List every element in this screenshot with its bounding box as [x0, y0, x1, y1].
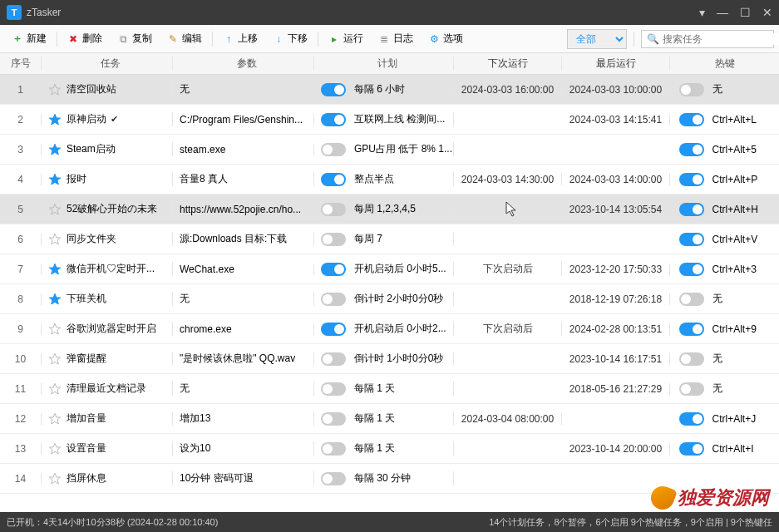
star-icon[interactable] — [48, 113, 62, 126]
plan-text: 开机启动后 0小时2... — [354, 322, 446, 336]
plan-text: 每隔 6 小时 — [354, 82, 405, 96]
hotkey-toggle[interactable] — [679, 173, 704, 186]
hotkey-toggle[interactable] — [679, 293, 704, 306]
plan-toggle[interactable] — [321, 233, 346, 246]
col-next-header[interactable]: 下次运行 — [454, 57, 562, 71]
maximize-button[interactable]: ☐ — [740, 6, 751, 19]
plan-toggle[interactable] — [321, 352, 346, 366]
hotkey-toggle[interactable] — [679, 323, 704, 336]
table-row[interactable]: 13 设置音量 设为10 每隔 1 天 2023-10-14 20:00:00 … — [0, 434, 779, 464]
run-button[interactable]: ▸运行 — [322, 28, 370, 49]
options-button[interactable]: ⚙选项 — [422, 28, 470, 49]
hotkey-toggle[interactable] — [679, 143, 704, 156]
move-down-button[interactable]: ↓下移 — [266, 28, 314, 49]
star-icon[interactable] — [48, 293, 62, 306]
search-box[interactable]: 🔍 — [641, 30, 774, 48]
hotkey-text: Ctrl+Alt+H — [712, 204, 771, 215]
col-plan-header[interactable]: 计划 — [314, 57, 454, 71]
star-icon[interactable] — [48, 233, 62, 246]
plan-toggle[interactable] — [321, 442, 346, 456]
star-icon[interactable] — [48, 412, 62, 426]
star-icon[interactable] — [48, 83, 62, 96]
task-name: 增加音量 — [67, 411, 172, 426]
table-row[interactable]: 2 原神启动 ✔ C:/Program Files/Genshin... 互联网… — [0, 105, 779, 135]
uptime-label: 已开机： — [7, 516, 43, 529]
hotkey-text: Ctrl+Alt+L — [712, 114, 771, 126]
param-cell: 无 — [173, 292, 314, 306]
seq-cell: 13 — [0, 443, 42, 455]
table-row[interactable]: 3 Steam启动 steam.exe GPU占用 低于 8% 1... Ctr… — [0, 135, 779, 165]
table-row[interactable]: 8 下班关机 无 倒计时 2小时0分0秒 2018-12-19 07:26:18… — [0, 284, 779, 314]
copy-icon: ⧉ — [117, 33, 129, 45]
hotkey-toggle[interactable] — [679, 83, 704, 96]
col-hotkey-header[interactable]: 热键 — [670, 57, 779, 71]
star-icon[interactable] — [48, 263, 62, 276]
star-icon[interactable] — [48, 382, 62, 396]
hotkey-toggle[interactable] — [679, 442, 704, 456]
plan-text: GPU占用 低于 8% 1... — [354, 142, 452, 156]
plan-toggle[interactable] — [321, 263, 346, 276]
table-row[interactable]: 6 同步文件夹 源:Downloads 目标:下载 每周 7 Ctrl+Alt+… — [0, 224, 779, 254]
app-icon: T — [7, 5, 22, 20]
menu-dropdown-icon[interactable]: ▾ — [699, 6, 705, 19]
plan-toggle[interactable] — [321, 412, 346, 426]
filter-select[interactable]: 全部 — [567, 29, 627, 49]
col-task-header[interactable]: 任务 — [42, 57, 173, 71]
close-button[interactable]: ✕ — [762, 6, 772, 19]
table-row[interactable]: 7 微信开机♡定时开... WeChat.exe 开机启动后 0小时5... 下… — [0, 254, 779, 284]
log-button[interactable]: ≣日志 — [372, 28, 420, 49]
plan-toggle[interactable] — [321, 83, 346, 96]
task-name: Steam启动 — [67, 142, 172, 156]
plan-toggle[interactable] — [321, 323, 346, 336]
hotkey-toggle[interactable] — [679, 412, 704, 426]
plan-toggle[interactable] — [321, 382, 346, 396]
table-row[interactable]: 5 52破解心开始の未来 https://www.52pojie.cn/ho..… — [0, 195, 779, 224]
task-name: 报时 — [67, 172, 172, 186]
col-last-header[interactable]: 最后运行 — [562, 57, 670, 71]
plan-toggle[interactable] — [321, 472, 346, 485]
star-icon[interactable] — [48, 352, 62, 366]
table-row[interactable]: 1 清空回收站 无 每隔 6 小时 2024-03-03 16:00:00 20… — [0, 75, 779, 105]
plan-toggle[interactable] — [321, 203, 346, 216]
col-param-header[interactable]: 参数 — [173, 57, 314, 71]
star-icon[interactable] — [48, 472, 62, 485]
edit-button[interactable]: ✎编辑 — [160, 28, 209, 49]
table-row[interactable]: 14 挡屏休息 10分钟 密码可退 每隔 30 分钟 — [0, 464, 779, 494]
app-title: zTasker — [27, 7, 699, 18]
search-input[interactable] — [663, 33, 779, 45]
task-name: 52破解心开始の未来 — [67, 202, 172, 216]
table-row[interactable]: 10 弹窗提醒 "是时候该休息啦" QQ.wav 倒计时 1小时0分0秒 202… — [0, 344, 779, 374]
hotkey-toggle[interactable] — [679, 263, 704, 276]
plan-toggle[interactable] — [321, 113, 346, 126]
copy-button[interactable]: ⧉复制 — [111, 28, 159, 49]
move-up-button[interactable]: ↑上移 — [216, 28, 264, 49]
table-body: 1 清空回收站 无 每隔 6 小时 2024-03-03 16:00:00 20… — [0, 75, 779, 509]
plan-toggle[interactable] — [321, 173, 346, 186]
edit-label: 编辑 — [182, 32, 202, 46]
plus-icon: ＋ — [12, 33, 23, 45]
star-icon[interactable] — [48, 442, 62, 456]
minimize-button[interactable]: — — [717, 6, 728, 19]
next-run-cell: 2024-03-04 08:00:00 — [454, 413, 562, 425]
table-row[interactable]: 11 清理最近文档记录 无 每隔 1 天 2018-05-16 21:27:29… — [0, 374, 779, 404]
col-seq-header[interactable]: 序号 — [0, 57, 42, 71]
hotkey-toggle[interactable] — [679, 382, 704, 396]
param-cell: 源:Downloads 目标:下载 — [173, 232, 314, 246]
plan-toggle[interactable] — [321, 143, 346, 156]
next-run-cell: 下次启动后 — [454, 322, 562, 336]
delete-button[interactable]: ✖删除 — [61, 28, 109, 49]
hotkey-toggle[interactable] — [679, 233, 704, 246]
hotkey-toggle[interactable] — [679, 352, 704, 366]
star-icon[interactable] — [48, 323, 62, 336]
star-icon[interactable] — [48, 203, 62, 216]
table-row[interactable]: 4 报时 音量8 真人 整点半点 2024-03-03 14:30:00 202… — [0, 165, 779, 195]
seq-cell: 4 — [0, 174, 42, 185]
new-button[interactable]: ＋新建 — [5, 28, 53, 49]
table-row[interactable]: 9 谷歌浏览器定时开启 chrome.exe 开机启动后 0小时2... 下次启… — [0, 314, 779, 344]
table-row[interactable]: 12 增加音量 增加13 每隔 1 天 2024-03-04 08:00:00 … — [0, 404, 779, 434]
hotkey-toggle[interactable] — [679, 203, 704, 216]
plan-toggle[interactable] — [321, 293, 346, 306]
star-icon[interactable] — [48, 143, 62, 156]
hotkey-toggle[interactable] — [679, 113, 704, 126]
star-icon[interactable] — [48, 173, 62, 186]
